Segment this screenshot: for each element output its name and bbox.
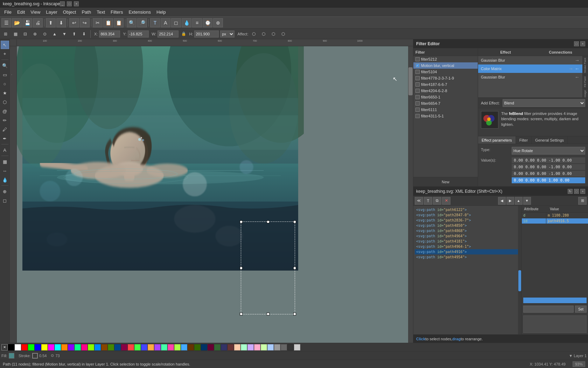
stroke-swatch[interactable]	[32, 353, 38, 359]
filter-checkbox-4[interactable]	[415, 82, 420, 87]
xml-item-8[interactable]: <svg:path id="path4916">	[415, 249, 520, 254]
view-toggle-button[interactable]: ⊕	[213, 18, 223, 27]
no-color-swatch[interactable]: ✕	[1, 344, 8, 350]
xml-tree[interactable]: <svg:path id="path6122"> <svg:path id="p…	[413, 206, 522, 334]
print-button[interactable]: 🖨	[33, 18, 43, 27]
selection-handle-bl[interactable]	[240, 313, 243, 315]
connector-tool[interactable]: ↔	[1, 166, 9, 175]
menu-object[interactable]: Object	[60, 9, 79, 15]
palette-gray-1[interactable]	[274, 344, 280, 350]
3d-box-tool[interactable]: ⬡	[1, 98, 9, 106]
palette-chartreuse[interactable]	[88, 344, 94, 350]
import-button[interactable]: ⬆	[46, 18, 56, 27]
cut-button[interactable]: ✂	[93, 18, 103, 27]
menu-file[interactable]: File	[1, 9, 14, 15]
align-button[interactable]: ≡	[192, 18, 202, 27]
filter-item-9[interactable]: filter4311-5-1	[413, 113, 478, 119]
xml-scrollbar-thumb[interactable]	[518, 270, 521, 291]
xml-item-2[interactable]: <svg:path id="path2836-7">	[415, 218, 520, 223]
x-input[interactable]	[99, 30, 120, 38]
palette-dark-green[interactable]	[194, 344, 201, 350]
palette-black[interactable]	[8, 344, 14, 350]
menu-filters[interactable]: Filters	[108, 9, 126, 15]
palette-pale-yellow[interactable]	[261, 344, 267, 350]
rect-tool[interactable]: ▭	[1, 70, 9, 79]
palette-pink[interactable]	[254, 344, 260, 350]
tab-general-settings[interactable]: General Settings	[532, 136, 568, 144]
snap-button-4[interactable]: ⊕	[31, 30, 39, 38]
palette-dark-maroon[interactable]	[208, 344, 214, 350]
shapes-button[interactable]: ◻	[171, 18, 181, 27]
add-effect-select[interactable]: Blend ColorMatrix ConvolveMatrix Gaussia…	[503, 99, 585, 107]
xml-editor-dock-button[interactable]: □	[574, 189, 579, 194]
text-tool[interactable]: A	[1, 146, 9, 154]
palette-brown[interactable]	[101, 344, 107, 350]
select-tool[interactable]: ↖	[1, 41, 9, 49]
xml-item-6[interactable]: <svg:path id="path4181">	[415, 239, 520, 244]
affect-btn-4[interactable]: ⬡	[279, 30, 287, 38]
gradient-tool[interactable]: ▦	[1, 157, 9, 166]
tab-filter[interactable]: Filter	[516, 136, 532, 144]
palette-salmon[interactable]	[128, 344, 134, 350]
menu-layer[interactable]: Layer	[43, 9, 60, 15]
menu-edit[interactable]: Edit	[14, 9, 28, 15]
palette-azure[interactable]	[94, 344, 101, 350]
text-button[interactable]: A	[161, 18, 170, 27]
spray-tool[interactable]: ⊕	[1, 187, 9, 196]
value-row-0[interactable]: 0.00 0.00 0.00 -1.00 0.00	[512, 157, 585, 163]
copy-button[interactable]: 📋	[103, 18, 113, 27]
node-tool[interactable]: ⌖	[1, 50, 9, 58]
palette-rose[interactable]	[81, 344, 88, 350]
value-row-2[interactable]: 0.00 0.00 0.00 -1.00 0.00	[512, 171, 585, 177]
effect-item-color-matrix[interactable]: Color Matrix → ←	[478, 64, 582, 73]
filter-checkbox-6[interactable]	[415, 95, 420, 99]
attr-row-id[interactable]: id path4916.5	[522, 218, 588, 224]
y-input[interactable]	[128, 30, 149, 38]
canvas-area[interactable]: 100 200 300 400 500 600 700 800 900 1000…	[10, 39, 413, 343]
paste-button[interactable]: 📋	[114, 18, 124, 27]
lower-button[interactable]: ▼	[60, 30, 69, 38]
type-select[interactable]: Hue Rotate Saturate LuminanceToAlpha Mat…	[512, 147, 585, 155]
filter-item-8[interactable]: filter6111	[413, 107, 478, 113]
filter-item-1[interactable]: ✓ Motion blur, vertical	[413, 62, 478, 69]
xml-set-button[interactable]: Set	[575, 306, 587, 313]
export-button[interactable]: ⬇	[56, 18, 66, 27]
palette-cyan[interactable]	[55, 344, 61, 350]
palette-navy[interactable]	[114, 344, 121, 350]
filter-checkbox-9[interactable]	[415, 114, 420, 118]
undo-button[interactable]: ↩	[69, 18, 79, 27]
palette-forest[interactable]	[214, 344, 220, 350]
node-button[interactable]: T	[150, 18, 160, 27]
palette-purple[interactable]	[68, 344, 74, 350]
menu-path[interactable]: Path	[79, 9, 94, 15]
fill-swatch[interactable]	[9, 353, 14, 359]
selection-handle-br[interactable]	[293, 313, 296, 315]
affect-btn-3[interactable]: ⬡	[269, 30, 278, 38]
zoom-in-button[interactable]: 🔍	[127, 18, 136, 27]
xml-item-5[interactable]: <svg:path id="path4964">	[415, 233, 520, 239]
snap-button-1[interactable]: ⊞	[1, 30, 10, 38]
attr-row-d[interactable]: d m 1100.280	[522, 213, 588, 218]
circle-tool[interactable]: ○	[1, 80, 9, 88]
snap-button-5[interactable]: ⊙	[41, 30, 49, 38]
filter-item-2[interactable]: filter5104	[413, 69, 478, 75]
xml-scrollbar[interactable]	[518, 206, 522, 334]
xml-item-1[interactable]: <svg:path id="path2847-0">	[415, 212, 520, 218]
lower-bottom-button[interactable]: ⬇	[80, 30, 88, 38]
star-tool[interactable]: ★	[1, 89, 9, 97]
filter-item-3[interactable]: filter4778-2-3-7-1-9	[413, 75, 478, 81]
palette-olive[interactable]	[108, 344, 114, 350]
palette-magenta[interactable]	[48, 344, 54, 350]
xml-editor-close-button[interactable]: ×	[580, 189, 585, 194]
filter-item-5[interactable]: filter4204-6-2-8	[413, 88, 478, 94]
filter-item-6[interactable]: filter6650-1	[413, 94, 478, 100]
snap-button-3[interactable]: ⊟	[21, 30, 29, 38]
filter-checkbox-7[interactable]	[415, 101, 420, 105]
palette-cornflower[interactable]	[141, 344, 147, 350]
xml-item-7[interactable]: <svg:path id="path4964-1">	[415, 244, 520, 249]
canvas-vscroll-thumb[interactable]	[408, 67, 413, 95]
lock-icon[interactable]: 🔒	[181, 32, 186, 36]
palette-maroon[interactable]	[121, 344, 127, 350]
palette-bisque[interactable]	[234, 344, 240, 350]
xml-item-0[interactable]: <svg:path id="path6122">	[415, 207, 520, 212]
